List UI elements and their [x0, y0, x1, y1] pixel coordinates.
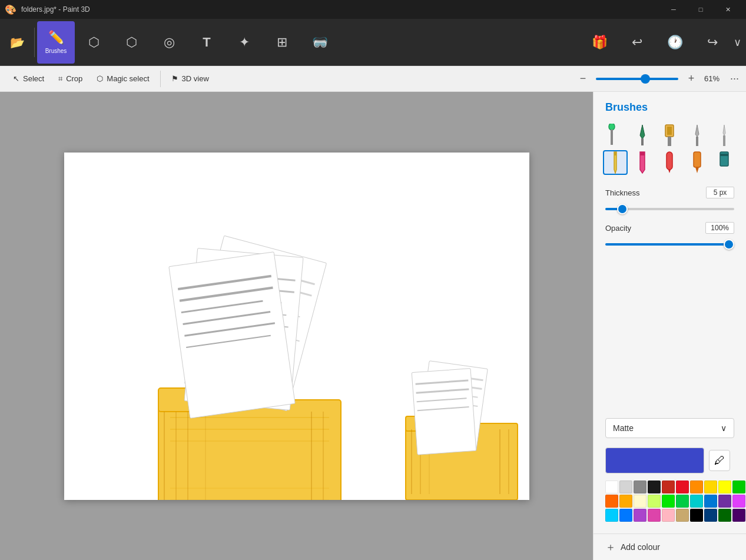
canvas[interactable] — [64, 153, 529, 500]
opacity-slider[interactable] — [605, 243, 734, 246]
brush-item-2[interactable] — [630, 123, 655, 148]
opacity-row: Opacity 100% — [605, 222, 734, 248]
current-color-swatch[interactable] — [605, 448, 704, 473]
color-darkpurple[interactable] — [732, 509, 745, 522]
plus-icon: ＋ — [605, 540, 616, 554]
tool-3dobjects[interactable]: ⬡ — [112, 21, 150, 64]
minimize-button[interactable]: ─ — [660, 0, 687, 19]
color-orange[interactable] — [690, 481, 703, 493]
tool-share[interactable]: 🎁 — [581, 21, 618, 64]
color-yellowgreen[interactable] — [648, 495, 661, 508]
color-darkred[interactable] — [662, 481, 675, 493]
redo-icon: ↪ — [707, 35, 718, 50]
matte-chevron-icon: ∨ — [721, 423, 727, 433]
color-green[interactable] — [732, 481, 745, 493]
color-black2[interactable] — [690, 509, 703, 522]
brush-item-9[interactable] — [685, 150, 709, 175]
crop-tool-btn[interactable]: ⌗ Crop — [52, 72, 88, 86]
magic-select-label: Magic select — [107, 74, 149, 83]
tool-effects[interactable]: ✦ — [226, 21, 263, 64]
color-skyblue[interactable] — [619, 509, 632, 522]
panel-title: Brushes — [594, 92, 746, 121]
window-title: folders.jpg* - Paint 3D — [21, 5, 90, 14]
title-bar-left: 🎨 folders.jpg* - Paint 3D — [5, 4, 90, 15]
svg-rect-60 — [640, 152, 645, 155]
brush-item-1[interactable] — [603, 123, 628, 148]
color-yellow[interactable] — [718, 481, 731, 493]
svg-rect-62 — [694, 152, 701, 167]
color-cyan[interactable] — [605, 509, 618, 522]
tool-file[interactable]: 📂 — [2, 21, 32, 64]
opacity-value: 100% — [705, 222, 734, 234]
zoom-value: 61% — [704, 74, 725, 83]
thickness-row: Thickness 5 px — [605, 187, 734, 213]
canvas-area[interactable] — [0, 92, 593, 560]
secondary-toolbar: ↖ Select ⌗ Crop ⬡ Magic select ⚑ 3D view… — [0, 66, 746, 92]
magic-select-btn[interactable]: ⬡ Magic select — [91, 72, 155, 85]
svg-rect-57 — [696, 137, 698, 146]
select-tool-btn[interactable]: ↖ Select — [7, 72, 50, 85]
brush-item-6[interactable] — [603, 150, 628, 175]
color-tan[interactable] — [676, 509, 689, 522]
brush-item-4[interactable] — [685, 123, 709, 148]
color-section: 🖊 — [594, 443, 746, 531]
color-black[interactable] — [648, 481, 661, 493]
color-green2[interactable] — [676, 495, 689, 508]
toolbar-more-button[interactable]: ∨ — [731, 34, 744, 51]
color-purple[interactable] — [718, 495, 731, 508]
tool-brushes[interactable]: ✏️ Brushes — [37, 21, 75, 64]
tool-crop[interactable]: ⊞ — [263, 21, 301, 64]
eyedropper-button[interactable]: 🖊 — [709, 450, 730, 471]
zoom-out-button[interactable]: − — [575, 71, 591, 87]
close-button[interactable]: ✕ — [714, 0, 741, 19]
brush-item-7[interactable] — [630, 150, 655, 175]
add-colour-button[interactable]: ＋ Add colour — [594, 534, 746, 560]
color-teal[interactable] — [690, 495, 703, 508]
brush-item-10[interactable] — [712, 150, 737, 175]
folder-icon: 📂 — [10, 35, 25, 49]
zoom-in-button[interactable]: + — [683, 71, 699, 87]
color-darkgreen[interactable] — [718, 509, 731, 522]
color-darkblue[interactable] — [704, 509, 717, 522]
zoom-slider[interactable] — [596, 78, 678, 80]
title-bar: 🎨 folders.jpg* - Paint 3D ─ □ ✕ — [0, 0, 746, 19]
brush-item-8[interactable] — [657, 150, 682, 175]
secondary-separator — [160, 71, 161, 87]
color-lightgray[interactable] — [619, 481, 632, 493]
color-pink[interactable] — [732, 495, 745, 508]
color-blue[interactable] — [704, 495, 717, 508]
tool-mixed[interactable]: 🥽 — [301, 21, 339, 64]
svg-rect-61 — [667, 152, 672, 170]
tool-stickers[interactable]: ◎ — [150, 21, 188, 64]
brush-tool-icon: ✏️ — [48, 30, 64, 45]
maximize-button[interactable]: □ — [687, 0, 714, 19]
color-magenta[interactable] — [648, 509, 661, 522]
tool-text[interactable]: T — [188, 21, 226, 64]
svg-rect-53 — [641, 138, 644, 145]
color-limegreen[interactable] — [662, 495, 675, 508]
zoom-more-button[interactable]: ··· — [730, 72, 739, 85]
thickness-slider[interactable] — [605, 208, 734, 210]
brush-item-5[interactable] — [712, 123, 737, 148]
add-colour-label: Add colour — [621, 542, 660, 552]
tool-history[interactable]: 🕐 — [656, 21, 694, 64]
tool-redo[interactable]: ↪ — [694, 21, 731, 64]
color-violet[interactable] — [634, 509, 646, 522]
tool-select2d[interactable]: ⬡ — [75, 21, 112, 64]
color-red[interactable] — [676, 481, 689, 493]
color-white[interactable] — [605, 481, 618, 493]
color-gray[interactable] — [634, 481, 646, 493]
3dobjects-icon: ⬡ — [126, 35, 137, 50]
view-3d-btn[interactable]: ⚑ 3D view — [165, 72, 215, 85]
color-lightpink[interactable] — [662, 509, 675, 522]
matte-dropdown[interactable]: Matte ∨ — [605, 418, 734, 438]
color-lightyellow[interactable] — [634, 495, 646, 508]
tool-undo[interactable]: ↩ — [618, 21, 656, 64]
app-icon: 🎨 — [5, 4, 16, 15]
brush-item-3[interactable] — [657, 123, 682, 148]
color-gold[interactable] — [704, 481, 717, 493]
magic-icon: ⬡ — [97, 74, 103, 83]
color-orange2[interactable] — [605, 495, 618, 508]
text-tool-icon: T — [203, 35, 210, 50]
color-amber[interactable] — [619, 495, 632, 508]
